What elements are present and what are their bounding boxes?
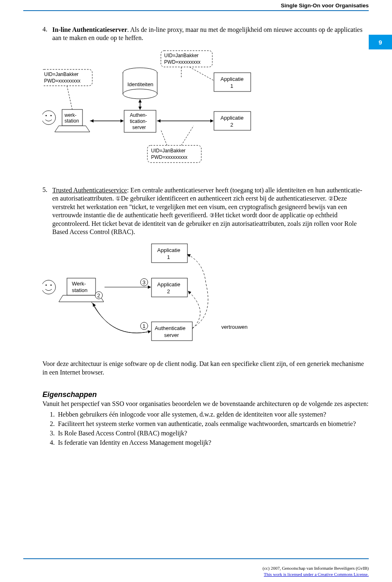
werkstation-l2: station: [65, 118, 79, 124]
svg-point-26: [42, 280, 56, 294]
app2-l2: 2: [230, 122, 233, 128]
svg-point-12: [50, 115, 51, 116]
list-item: Hebben gebruikers één inlogcode voor all…: [56, 410, 369, 419]
d2-app1-l2: 1: [167, 254, 170, 260]
page-number-badge: 9: [369, 35, 392, 49]
d2-app2-l2: 2: [167, 288, 170, 294]
section-5-title: Trusted Authenticatieservice: [52, 187, 127, 194]
list-number: 4.: [42, 26, 52, 42]
svg-text:2: 2: [97, 292, 100, 299]
page-content: 4. In-line Authenticatieserver. Als de i…: [0, 26, 392, 497]
footer: (cc) 2007, Genootschap van Informatie Be…: [263, 565, 369, 577]
eigenschappen-intro: Vanuit het perspectief van SSO voor orga…: [42, 400, 369, 408]
list-item: Is Role Based Access Control (RBAC) moge…: [56, 429, 369, 437]
svg-point-11: [45, 115, 47, 116]
app2-l1: Applicatie: [220, 115, 243, 121]
circled-3-icon: ③: [209, 212, 215, 219]
section-4-text: In-line Authenticatieserver. Als de in-l…: [52, 26, 369, 42]
diagram-trusted-auth: Applicatie 1 Werk- station 2 Applicatie …: [42, 242, 369, 354]
bubble-top-l2: PWD=xxxxxxxxx: [164, 59, 200, 65]
footer-line1: (cc) 2007, Genootschap van Informatie Be…: [263, 566, 369, 571]
auth-l1: Authen-: [130, 112, 147, 118]
s5-b: De gebruiker identificeert en authentice…: [121, 195, 328, 202]
werkstation-l1: werk-: [64, 112, 76, 118]
auth-l2: tication-: [130, 118, 147, 124]
bubble-bottom-l1: UID=JanBakker: [151, 148, 185, 154]
svg-point-28: [50, 284, 51, 285]
bubble-left-l2: PWD=xxxxxxxxx: [44, 78, 80, 84]
eigenschappen-heading: Eigenschappen: [42, 390, 369, 399]
circled-2-icon: ②: [328, 195, 334, 202]
d2-auth-l1: Authenticatie: [155, 325, 185, 331]
para-client-software: Voor deze architectuur is enige software…: [42, 360, 369, 377]
svg-rect-7: [123, 72, 157, 74]
section-5-text: Trusted Authenticatieservice: Een centra…: [52, 186, 369, 236]
footer-license-link[interactable]: This work is licensed under a Creative C…: [264, 572, 369, 577]
section-5: 5. Trusted Authenticatieservice: Een cen…: [42, 186, 369, 236]
section-4-title: In-line Authenticatieserver: [52, 26, 127, 33]
bubble-bottom-l2: PWD=xxxxxxxxx: [151, 154, 187, 160]
footer-rule: [23, 558, 369, 559]
running-header: Single Sign-On voor Organisaties: [0, 0, 392, 10]
d2-auth-l2: server: [164, 332, 179, 338]
eigenschappen-section: Eigenschappen Vanuit het perspectief van…: [42, 390, 369, 447]
svg-point-8: [123, 89, 157, 99]
app1-l2: 1: [230, 83, 233, 89]
auth-l3: server: [132, 125, 146, 130]
svg-line-24: [181, 126, 194, 145]
header-rule: [23, 10, 369, 11]
svg-line-4: [67, 86, 73, 111]
list-item: Faciliteert het systeem sterke vormen va…: [56, 419, 369, 428]
svg-line-23: [161, 130, 167, 145]
svg-text:1: 1: [143, 323, 145, 329]
d2-ws-l1: Werk-: [72, 281, 86, 287]
circled-1-icon: ①: [116, 195, 121, 202]
svg-point-10: [42, 111, 56, 125]
d2-ws-l2: station: [72, 287, 87, 293]
svg-point-27: [45, 284, 47, 285]
d2-app2-l1: Applicatie: [157, 281, 180, 288]
diagram-inline-auth: UID=JanBakker PWD=xxxxxxxxx UID=JanBakke…: [42, 48, 369, 181]
list-item: Is federatie van Identity en Access Mana…: [56, 438, 369, 447]
app1-l1: Applicatie: [220, 76, 243, 82]
identiteiten-label: Identiteiten: [127, 81, 154, 87]
bubble-top-l1: UID=JanBakker: [164, 53, 198, 58]
eigenschappen-list: Hebben gebruikers één inlogcode voor all…: [56, 410, 369, 447]
svg-text:3: 3: [143, 279, 145, 285]
vertrouwen-label: vertrouwen: [221, 324, 247, 330]
d2-app1-l1: Applicatie: [157, 247, 180, 253]
list-number: 5.: [42, 186, 52, 236]
bubble-left-l1: UID=JanBakker: [44, 71, 78, 77]
section-4: 4. In-line Authenticatieserver. Als de i…: [42, 26, 369, 42]
